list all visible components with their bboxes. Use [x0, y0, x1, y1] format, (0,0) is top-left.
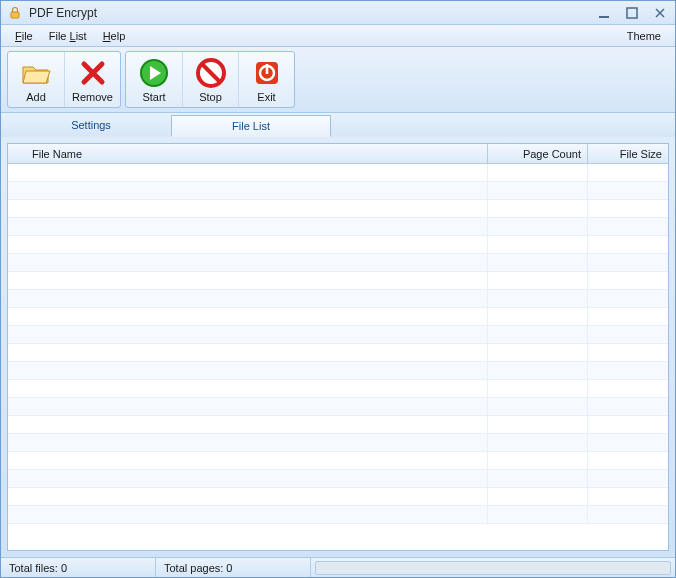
app-window: PDF Encrypt File File List Help Theme Ad… [0, 0, 676, 578]
content-area: File Name Page Count File Size [1, 137, 675, 557]
progress-track [315, 561, 671, 575]
table-row[interactable] [8, 434, 668, 452]
table-row[interactable] [8, 506, 668, 524]
status-total-files: Total files: 0 [1, 558, 156, 577]
close-button[interactable] [651, 5, 669, 21]
add-label: Add [26, 91, 46, 103]
toolbar-group-action: Start Stop Exit [125, 51, 295, 108]
exit-label: Exit [257, 91, 275, 103]
add-button[interactable]: Add [8, 52, 64, 107]
col-filesize[interactable]: File Size [588, 144, 668, 163]
table-row[interactable] [8, 326, 668, 344]
table-row[interactable] [8, 452, 668, 470]
col-pagecount[interactable]: Page Count [488, 144, 588, 163]
exit-button[interactable]: Exit [238, 52, 294, 107]
table-row[interactable] [8, 164, 668, 182]
menu-file[interactable]: File [7, 28, 41, 44]
table-row[interactable] [8, 254, 668, 272]
svg-rect-1 [599, 16, 609, 18]
tab-filelist[interactable]: File List [171, 115, 331, 137]
svg-rect-0 [11, 12, 19, 18]
folder-open-icon [20, 57, 52, 89]
menu-theme[interactable]: Theme [619, 28, 669, 44]
window-controls [595, 5, 669, 21]
svg-rect-2 [627, 8, 637, 18]
remove-button[interactable]: Remove [64, 52, 120, 107]
power-icon [251, 57, 283, 89]
table-row[interactable] [8, 416, 668, 434]
statusbar: Total files: 0 Total pages: 0 [1, 557, 675, 577]
table-body [8, 164, 668, 550]
tab-settings[interactable]: Settings [11, 115, 171, 137]
table-row[interactable] [8, 398, 668, 416]
table-row[interactable] [8, 272, 668, 290]
menubar: File File List Help Theme [1, 25, 675, 47]
table-row[interactable] [8, 290, 668, 308]
table-row[interactable] [8, 488, 668, 506]
stop-button[interactable]: Stop [182, 52, 238, 107]
file-table: File Name Page Count File Size [7, 143, 669, 551]
table-row[interactable] [8, 200, 668, 218]
titlebar: PDF Encrypt [1, 1, 675, 25]
maximize-button[interactable] [623, 5, 641, 21]
menu-help[interactable]: Help [95, 28, 134, 44]
table-row[interactable] [8, 362, 668, 380]
table-header: File Name Page Count File Size [8, 144, 668, 164]
status-total-pages: Total pages: 0 [156, 558, 311, 577]
col-filename[interactable]: File Name [8, 144, 488, 163]
table-row[interactable] [8, 236, 668, 254]
start-label: Start [142, 91, 165, 103]
table-row[interactable] [8, 380, 668, 398]
start-button[interactable]: Start [126, 52, 182, 107]
table-row[interactable] [8, 182, 668, 200]
tab-bar: Settings File List [1, 113, 675, 137]
table-row[interactable] [8, 308, 668, 326]
minimize-button[interactable] [595, 5, 613, 21]
stop-label: Stop [199, 91, 222, 103]
toolbar-group-file: Add Remove [7, 51, 121, 108]
no-entry-icon [195, 57, 227, 89]
x-icon [77, 57, 109, 89]
table-row[interactable] [8, 344, 668, 362]
menu-filelist[interactable]: File List [41, 28, 95, 44]
table-row[interactable] [8, 470, 668, 488]
remove-label: Remove [72, 91, 113, 103]
toolbar: Add Remove Start Stop [1, 47, 675, 113]
table-row[interactable] [8, 218, 668, 236]
play-icon [138, 57, 170, 89]
svg-rect-7 [265, 64, 268, 74]
lock-icon [7, 5, 23, 21]
window-title: PDF Encrypt [29, 6, 595, 20]
